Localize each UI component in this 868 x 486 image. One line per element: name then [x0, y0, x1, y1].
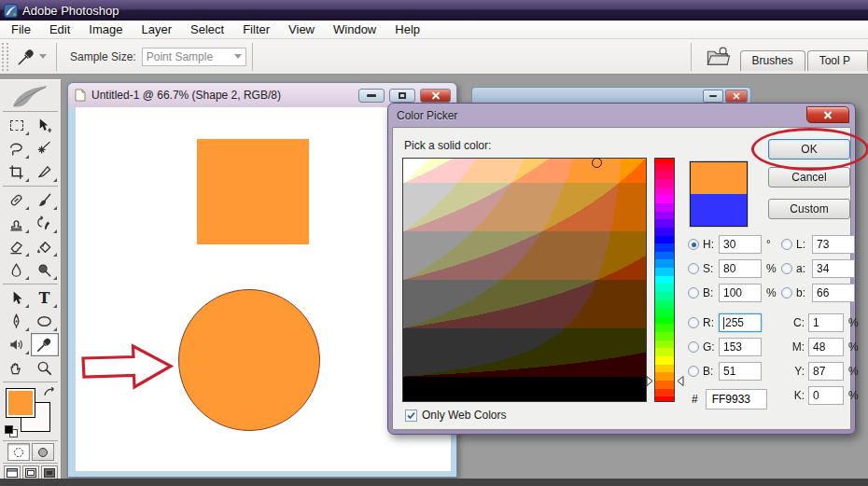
radio-r[interactable]	[688, 317, 699, 328]
doc-minimize-button[interactable]	[358, 89, 385, 103]
channel-label: S:	[703, 262, 719, 275]
workspace: Untitled-1 @ 66.7% (Shape 2, RGB/8)	[0, 75, 868, 486]
menu-item-window[interactable]: Window	[324, 21, 385, 38]
menu-item-layer[interactable]: Layer	[133, 21, 182, 38]
dialog-title-bar[interactable]: Color Picker	[388, 104, 855, 127]
palette-tab-tool-presets[interactable]: Tool P	[807, 50, 868, 71]
bg-window-minimize-button[interactable]	[703, 90, 723, 103]
hue-slider-canvas[interactable]	[655, 159, 674, 401]
tool-history-brush[interactable]	[31, 212, 59, 235]
blur-droplet-icon	[7, 261, 25, 279]
file-browser-icon[interactable]	[705, 45, 733, 69]
menu-item-edit[interactable]: Edit	[40, 21, 79, 38]
radio-g[interactable]	[688, 341, 699, 353]
menu-item-help[interactable]: Help	[385, 21, 429, 38]
tool-rectangular-marquee[interactable]	[3, 114, 31, 137]
tool-lasso[interactable]	[3, 137, 31, 160]
radio-l[interactable]	[781, 239, 792, 250]
radio-a[interactable]	[781, 263, 792, 274]
tool-audio-annotation[interactable]	[3, 333, 31, 356]
menu-item-filter[interactable]: Filter	[233, 21, 279, 38]
options-bar-grip[interactable]	[2, 43, 8, 71]
palette-tab-brushes[interactable]: Brushes	[740, 50, 805, 71]
tool-blur[interactable]	[3, 258, 31, 282]
default-colors-icon[interactable]	[5, 425, 21, 438]
channel-label: Y:	[789, 365, 805, 378]
hex-field[interactable]: FF9933	[706, 389, 767, 410]
value-field-h[interactable]: 30	[719, 235, 762, 254]
dialog-close-button[interactable]	[806, 106, 849, 123]
rgb-row-g: G:153	[688, 337, 762, 357]
tool-type[interactable]: T	[31, 286, 59, 310]
sample-size-dropdown[interactable]: Point Sample	[142, 48, 246, 66]
radio-h[interactable]	[688, 239, 699, 250]
menu-item-file[interactable]: File	[2, 21, 40, 38]
unit-label: %	[848, 365, 859, 378]
radio-b[interactable]	[781, 287, 792, 299]
tool-paint-bucket[interactable]	[31, 235, 59, 258]
only-web-colors-checkbox[interactable]	[405, 410, 417, 422]
orange-square-shape	[197, 139, 309, 244]
move-icon	[35, 117, 53, 134]
value-field-g[interactable]: 153	[719, 338, 762, 356]
value-field-b[interactable]: 100	[719, 284, 762, 302]
value-field-a[interactable]: 34	[812, 259, 855, 278]
bg-window-close-button[interactable]	[725, 90, 748, 103]
red-arrow-annotation	[81, 342, 175, 393]
value-field-l[interactable]: 73	[812, 235, 855, 254]
value-field-m[interactable]: 48	[808, 338, 844, 356]
swap-colors-icon[interactable]	[43, 386, 57, 398]
value-field-r[interactable]: 255	[719, 313, 762, 332]
tool-dodge[interactable]	[31, 258, 59, 282]
ellipse-shape-icon	[35, 312, 53, 330]
tool-brush[interactable]	[31, 188, 59, 212]
tool-healing-brush[interactable]	[3, 188, 31, 212]
radio-b[interactable]	[688, 366, 699, 377]
eraser-icon	[7, 238, 25, 256]
zoom-magnifier-icon	[35, 359, 53, 377]
channel-label: L:	[796, 238, 812, 251]
menu-item-select[interactable]: Select	[181, 21, 233, 38]
tool-eyedropper[interactable]	[31, 333, 59, 356]
separator	[252, 43, 253, 71]
quick-mask-mode-button[interactable]	[32, 443, 54, 461]
ok-button[interactable]: OK	[768, 139, 850, 160]
doc-restore-button[interactable]	[389, 89, 415, 103]
tool-eraser[interactable]	[3, 235, 31, 258]
hue-slider[interactable]	[654, 158, 675, 402]
orange-circle-shape	[178, 289, 320, 431]
tool-crop[interactable]	[3, 160, 31, 184]
tool-hand[interactable]	[3, 356, 31, 380]
foreground-color-swatch[interactable]	[6, 388, 35, 418]
tool-slice[interactable]	[31, 160, 59, 184]
value-field-k[interactable]: 0	[808, 386, 844, 405]
marquee-icon	[10, 120, 23, 131]
color-field-canvas[interactable]	[403, 159, 646, 401]
tool-pen[interactable]	[3, 310, 31, 333]
hue-slider-arrow-left-icon[interactable]	[646, 376, 653, 386]
hue-slider-arrow-right-icon[interactable]	[677, 376, 684, 386]
doc-close-button[interactable]	[420, 89, 451, 103]
value-field-y[interactable]: 87	[808, 362, 844, 381]
value-field-c[interactable]: 1	[808, 313, 844, 332]
menu-item-image[interactable]: Image	[79, 21, 132, 38]
custom-button[interactable]: Custom	[768, 199, 850, 219]
standard-mode-button[interactable]	[7, 443, 30, 461]
channel-label: B:	[703, 286, 719, 299]
tool-magic-wand[interactable]	[31, 137, 59, 160]
radio-s[interactable]	[688, 263, 699, 274]
tool-zoom[interactable]	[31, 356, 59, 380]
tool-path-selection[interactable]	[3, 286, 31, 310]
tool-clone-stamp[interactable]	[3, 212, 31, 235]
photoshop-feather-logo	[8, 83, 53, 109]
tool-ellipse-shape[interactable]	[31, 310, 59, 333]
radio-b[interactable]	[688, 287, 699, 299]
value-field-s[interactable]: 80	[719, 259, 762, 278]
value-field-b[interactable]: 66	[812, 284, 855, 302]
value-field-b[interactable]: 51	[719, 362, 762, 381]
color-field[interactable]	[402, 158, 647, 402]
cancel-button[interactable]: Cancel	[768, 167, 850, 187]
menu-item-view[interactable]: View	[279, 21, 324, 38]
tool-move[interactable]	[31, 114, 59, 137]
current-tool-button[interactable]	[12, 45, 50, 69]
